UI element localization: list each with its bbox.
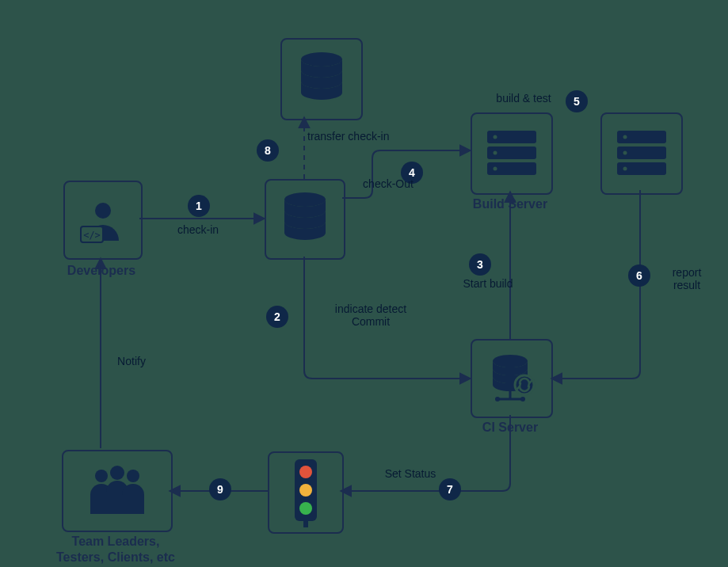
svg-point-19 <box>623 135 627 139</box>
step-3-badge: 3 <box>469 253 491 276</box>
step-1-badge: 1 <box>188 195 210 217</box>
build-server-label: Build Server <box>471 196 550 212</box>
svg-point-25 <box>495 397 500 401</box>
svg-point-21 <box>623 167 627 171</box>
team-label: Team Leaders, Testers, Clients, etc <box>38 534 193 565</box>
test-server-node <box>600 112 683 195</box>
developers-label: Developers <box>48 263 155 279</box>
ci-server-icon <box>483 350 540 407</box>
developer-icon: </> <box>78 195 128 245</box>
svg-point-8 <box>301 52 342 67</box>
step-6-label: report result <box>659 266 715 291</box>
notify-label: Notify <box>108 355 155 367</box>
step-7-badge: 7 <box>439 478 461 500</box>
team-node <box>62 450 173 532</box>
svg-point-30 <box>299 484 312 497</box>
svg-point-15 <box>494 167 497 171</box>
svg-text:</>: </> <box>83 230 101 241</box>
database-icon <box>281 192 329 247</box>
repo-node <box>265 179 345 260</box>
step-9-badge: 9 <box>209 478 231 500</box>
svg-point-5 <box>95 203 111 219</box>
svg-point-13 <box>494 135 497 139</box>
svg-point-20 <box>623 151 627 155</box>
upstream-repo-node <box>280 38 363 120</box>
step-7-label: Set Status <box>371 467 450 480</box>
svg-point-26 <box>520 397 525 401</box>
ci-server-node <box>471 339 553 418</box>
svg-point-34 <box>110 466 124 480</box>
step-8-label: transfer check-in <box>307 130 426 143</box>
svg-point-29 <box>299 466 312 478</box>
svg-rect-32 <box>303 521 308 527</box>
step-1-label: check-in <box>158 223 238 236</box>
developers-node: </> <box>63 181 143 260</box>
ci-server-label: CI Server <box>471 420 550 436</box>
step-5-badge: 5 <box>566 90 588 112</box>
status-node <box>268 451 344 534</box>
svg-point-14 <box>494 151 497 155</box>
step-6-badge: 6 <box>628 264 650 287</box>
svg-point-22 <box>493 355 528 367</box>
svg-point-35 <box>127 470 139 482</box>
team-icon <box>79 463 155 519</box>
traffic-light-icon <box>290 458 322 527</box>
server-rack-icon <box>486 129 538 178</box>
step-5-label: build & test <box>488 92 559 105</box>
ci-process-diagram: </> Developers Build Server <box>0 0 728 567</box>
build-server-node <box>471 112 553 195</box>
step-8-badge: 8 <box>257 139 279 162</box>
server-rack-icon <box>616 129 668 178</box>
svg-point-9 <box>284 192 326 207</box>
svg-point-33 <box>95 470 108 482</box>
step-3-label: Start build <box>456 277 520 290</box>
step-4-label: check-Out <box>349 177 428 190</box>
database-icon <box>298 51 345 107</box>
step-2-badge: 2 <box>266 306 288 328</box>
svg-point-31 <box>299 502 312 515</box>
step-2-label: indicate detect Commit <box>315 303 426 328</box>
